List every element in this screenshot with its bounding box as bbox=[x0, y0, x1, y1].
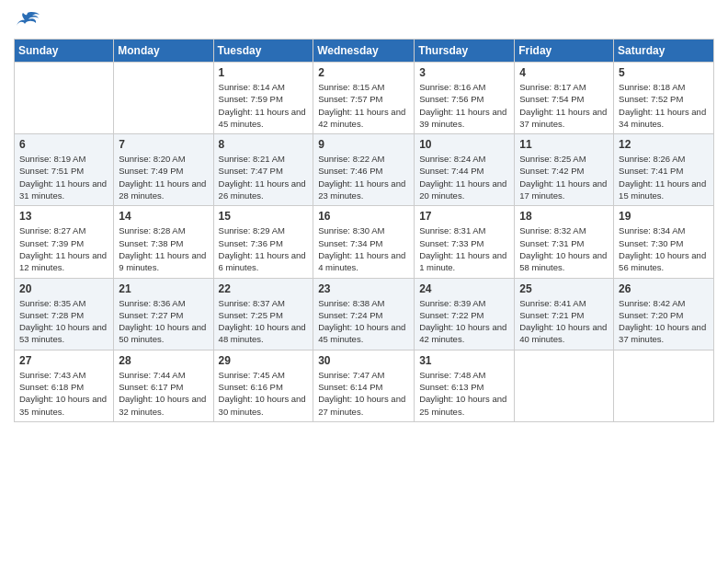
day-number: 18 bbox=[519, 210, 609, 223]
calendar-week-row: 6Sunrise: 8:19 AM Sunset: 7:51 PM Daylig… bbox=[15, 134, 714, 206]
calendar-week-row: 1Sunrise: 8:14 AM Sunset: 7:59 PM Daylig… bbox=[15, 63, 714, 134]
calendar-day-cell bbox=[114, 63, 213, 134]
day-number: 29 bbox=[219, 354, 309, 367]
day-content: Sunrise: 8:18 AM Sunset: 7:52 PM Dayligh… bbox=[619, 81, 709, 130]
calendar-day-cell: 9Sunrise: 8:22 AM Sunset: 7:46 PM Daylig… bbox=[313, 134, 415, 206]
day-number: 16 bbox=[318, 210, 409, 223]
calendar-day-cell: 8Sunrise: 8:21 AM Sunset: 7:47 PM Daylig… bbox=[213, 134, 313, 206]
day-content: Sunrise: 8:39 AM Sunset: 7:22 PM Dayligh… bbox=[419, 297, 509, 346]
day-number: 19 bbox=[619, 210, 709, 223]
day-number: 24 bbox=[419, 282, 509, 295]
calendar-day-cell: 25Sunrise: 8:41 AM Sunset: 7:21 PM Dayli… bbox=[515, 278, 614, 350]
calendar-day-cell: 22Sunrise: 8:37 AM Sunset: 7:25 PM Dayli… bbox=[213, 278, 313, 350]
calendar-week-row: 13Sunrise: 8:27 AM Sunset: 7:39 PM Dayli… bbox=[15, 206, 714, 278]
day-number: 17 bbox=[419, 210, 509, 223]
day-content: Sunrise: 8:15 AM Sunset: 7:57 PM Dayligh… bbox=[318, 81, 409, 130]
day-content: Sunrise: 8:28 AM Sunset: 7:38 PM Dayligh… bbox=[119, 224, 208, 273]
day-content: Sunrise: 7:45 AM Sunset: 6:16 PM Dayligh… bbox=[219, 369, 309, 418]
day-number: 30 bbox=[318, 354, 409, 367]
calendar-day-cell: 14Sunrise: 8:28 AM Sunset: 7:38 PM Dayli… bbox=[114, 206, 213, 278]
calendar-day-cell: 10Sunrise: 8:24 AM Sunset: 7:44 PM Dayli… bbox=[415, 134, 515, 206]
day-content: Sunrise: 8:30 AM Sunset: 7:34 PM Dayligh… bbox=[318, 224, 409, 273]
day-number: 11 bbox=[519, 138, 609, 151]
day-content: Sunrise: 8:17 AM Sunset: 7:54 PM Dayligh… bbox=[519, 81, 609, 130]
calendar-header-cell: Wednesday bbox=[313, 40, 415, 63]
calendar-day-cell: 26Sunrise: 8:42 AM Sunset: 7:20 PM Dayli… bbox=[614, 278, 714, 350]
day-number: 15 bbox=[219, 210, 309, 223]
logo-icon bbox=[14, 9, 41, 31]
calendar-day-cell: 31Sunrise: 7:48 AM Sunset: 6:13 PM Dayli… bbox=[415, 350, 515, 421]
day-number: 2 bbox=[318, 66, 409, 79]
day-content: Sunrise: 8:42 AM Sunset: 7:20 PM Dayligh… bbox=[619, 297, 709, 346]
day-content: Sunrise: 8:14 AM Sunset: 7:59 PM Dayligh… bbox=[219, 81, 309, 130]
calendar-day-cell: 13Sunrise: 8:27 AM Sunset: 7:39 PM Dayli… bbox=[15, 206, 114, 278]
day-number: 10 bbox=[419, 138, 509, 151]
calendar-day-cell: 1Sunrise: 8:14 AM Sunset: 7:59 PM Daylig… bbox=[213, 63, 313, 134]
calendar-header-cell: Sunday bbox=[15, 40, 114, 63]
day-number: 3 bbox=[419, 66, 509, 79]
calendar-header-cell: Monday bbox=[114, 40, 213, 63]
day-content: Sunrise: 8:27 AM Sunset: 7:39 PM Dayligh… bbox=[19, 224, 108, 273]
day-number: 21 bbox=[119, 282, 208, 295]
day-content: Sunrise: 8:36 AM Sunset: 7:27 PM Dayligh… bbox=[119, 297, 208, 346]
calendar-day-cell: 30Sunrise: 7:47 AM Sunset: 6:14 PM Dayli… bbox=[313, 350, 415, 421]
calendar-day-cell bbox=[15, 63, 114, 134]
calendar-day-cell: 2Sunrise: 8:15 AM Sunset: 7:57 PM Daylig… bbox=[313, 63, 415, 134]
calendar-week-row: 20Sunrise: 8:35 AM Sunset: 7:28 PM Dayli… bbox=[15, 278, 714, 350]
calendar-day-cell: 18Sunrise: 8:32 AM Sunset: 7:31 PM Dayli… bbox=[515, 206, 614, 278]
day-content: Sunrise: 7:48 AM Sunset: 6:13 PM Dayligh… bbox=[419, 369, 509, 418]
day-number: 5 bbox=[619, 66, 709, 79]
calendar-header-cell: Tuesday bbox=[213, 40, 313, 63]
day-number: 14 bbox=[119, 210, 208, 223]
calendar-day-cell: 17Sunrise: 8:31 AM Sunset: 7:33 PM Dayli… bbox=[415, 206, 515, 278]
day-number: 8 bbox=[219, 138, 309, 151]
day-number: 1 bbox=[219, 66, 309, 79]
calendar-header-cell: Friday bbox=[515, 40, 614, 63]
calendar-body: 1Sunrise: 8:14 AM Sunset: 7:59 PM Daylig… bbox=[15, 63, 714, 422]
day-number: 28 bbox=[119, 354, 208, 367]
calendar-day-cell: 29Sunrise: 7:45 AM Sunset: 6:16 PM Dayli… bbox=[213, 350, 313, 421]
calendar-day-cell: 27Sunrise: 7:43 AM Sunset: 6:18 PM Dayli… bbox=[15, 350, 114, 421]
day-content: Sunrise: 8:35 AM Sunset: 7:28 PM Dayligh… bbox=[19, 297, 108, 346]
day-number: 4 bbox=[519, 66, 609, 79]
calendar-day-cell: 23Sunrise: 8:38 AM Sunset: 7:24 PM Dayli… bbox=[313, 278, 415, 350]
logo bbox=[14, 9, 45, 31]
day-content: Sunrise: 8:16 AM Sunset: 7:56 PM Dayligh… bbox=[419, 81, 509, 130]
calendar-day-cell: 3Sunrise: 8:16 AM Sunset: 7:56 PM Daylig… bbox=[415, 63, 515, 134]
day-number: 26 bbox=[619, 282, 709, 295]
day-content: Sunrise: 8:19 AM Sunset: 7:51 PM Dayligh… bbox=[19, 153, 108, 201]
day-content: Sunrise: 7:44 AM Sunset: 6:17 PM Dayligh… bbox=[119, 369, 208, 418]
day-content: Sunrise: 8:25 AM Sunset: 7:42 PM Dayligh… bbox=[519, 153, 609, 201]
calendar-header-row: SundayMondayTuesdayWednesdayThursdayFrid… bbox=[15, 40, 714, 63]
calendar-day-cell: 16Sunrise: 8:30 AM Sunset: 7:34 PM Dayli… bbox=[313, 206, 415, 278]
calendar-day-cell: 12Sunrise: 8:26 AM Sunset: 7:41 PM Dayli… bbox=[614, 134, 714, 206]
day-number: 20 bbox=[19, 282, 108, 295]
calendar-day-cell: 7Sunrise: 8:20 AM Sunset: 7:49 PM Daylig… bbox=[114, 134, 213, 206]
calendar-day-cell: 4Sunrise: 8:17 AM Sunset: 7:54 PM Daylig… bbox=[515, 63, 614, 134]
day-content: Sunrise: 8:34 AM Sunset: 7:30 PM Dayligh… bbox=[619, 224, 709, 273]
day-content: Sunrise: 8:26 AM Sunset: 7:41 PM Dayligh… bbox=[619, 153, 709, 201]
calendar-week-row: 27Sunrise: 7:43 AM Sunset: 6:18 PM Dayli… bbox=[15, 350, 714, 421]
calendar-day-cell: 5Sunrise: 8:18 AM Sunset: 7:52 PM Daylig… bbox=[614, 63, 714, 134]
calendar-day-cell: 19Sunrise: 8:34 AM Sunset: 7:30 PM Dayli… bbox=[614, 206, 714, 278]
day-number: 12 bbox=[619, 138, 709, 151]
day-number: 31 bbox=[419, 354, 509, 367]
day-content: Sunrise: 8:29 AM Sunset: 7:36 PM Dayligh… bbox=[219, 224, 309, 273]
calendar-header: SundayMondayTuesdayWednesdayThursdayFrid… bbox=[15, 40, 714, 63]
header bbox=[14, 9, 714, 31]
calendar-day-cell bbox=[614, 350, 714, 421]
calendar-day-cell bbox=[515, 350, 614, 421]
calendar-day-cell: 28Sunrise: 7:44 AM Sunset: 6:17 PM Dayli… bbox=[114, 350, 213, 421]
calendar-day-cell: 24Sunrise: 8:39 AM Sunset: 7:22 PM Dayli… bbox=[415, 278, 515, 350]
calendar-day-cell: 6Sunrise: 8:19 AM Sunset: 7:51 PM Daylig… bbox=[15, 134, 114, 206]
calendar-day-cell: 21Sunrise: 8:36 AM Sunset: 7:27 PM Dayli… bbox=[114, 278, 213, 350]
day-content: Sunrise: 8:22 AM Sunset: 7:46 PM Dayligh… bbox=[318, 153, 409, 201]
calendar-header-cell: Saturday bbox=[614, 40, 714, 63]
day-number: 9 bbox=[318, 138, 409, 151]
day-number: 22 bbox=[219, 282, 309, 295]
day-content: Sunrise: 7:47 AM Sunset: 6:14 PM Dayligh… bbox=[318, 369, 409, 418]
day-content: Sunrise: 8:24 AM Sunset: 7:44 PM Dayligh… bbox=[419, 153, 509, 201]
day-number: 7 bbox=[119, 138, 208, 151]
calendar-day-cell: 11Sunrise: 8:25 AM Sunset: 7:42 PM Dayli… bbox=[515, 134, 614, 206]
day-number: 25 bbox=[519, 282, 609, 295]
